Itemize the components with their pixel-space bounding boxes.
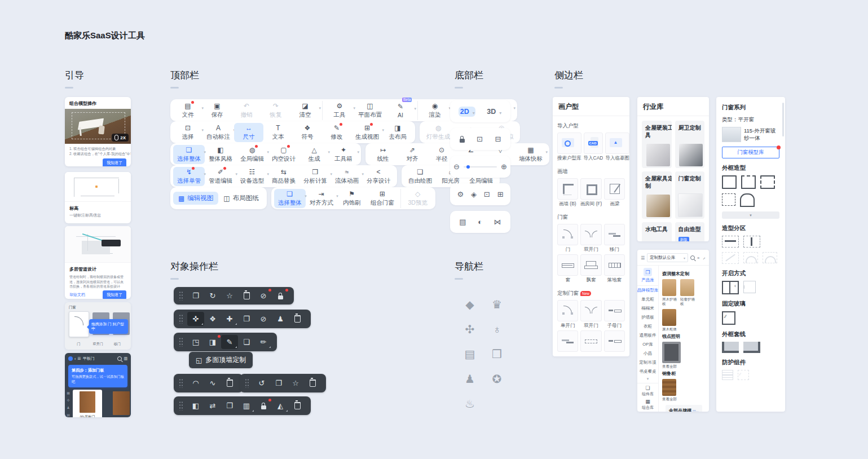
cat-tatami[interactable]: 榻榻米 <box>641 304 654 313</box>
rotate-button[interactable]: ↻ <box>204 289 221 303</box>
import-cad-item[interactable]: 导入CAD <box>584 133 603 161</box>
water-electric-card[interactable]: 水电工具 <box>642 222 672 241</box>
nav-vip[interactable]: ♛ <box>483 292 510 317</box>
single-door-item[interactable]: 单开门 <box>557 300 578 328</box>
cat-op[interactable]: OP库 <box>642 340 653 349</box>
generate-view-button[interactable]: ⊞ 生成视图 <box>351 123 383 142</box>
free-modeling-card[interactable]: 自由造型 新版 <box>675 222 705 241</box>
got-it-button[interactable]: 我知道了 <box>103 158 126 166</box>
zoom-in-icon[interactable]: ⊕ <box>501 162 507 171</box>
lib-components[interactable]: ❏ 组件库 <box>642 385 654 397</box>
global-edit-button[interactable]: ◍ 全局编辑 <box>236 145 268 164</box>
lock-button[interactable] <box>255 399 272 413</box>
group-objects-button[interactable]: ❖ <box>204 312 221 326</box>
frame-square[interactable] <box>722 175 737 189</box>
array-button[interactable]: ▥ <box>238 399 255 413</box>
edit-view-button[interactable]: ▩ 编辑视图 <box>173 192 218 205</box>
door-item[interactable]: 门 <box>557 224 578 252</box>
select-button[interactable]: ⊡ 选择 <box>173 123 202 142</box>
zone-vbar[interactable] <box>743 236 760 248</box>
delete-button[interactable] <box>289 312 306 326</box>
cat-general-boards[interactable]: 通用板件 <box>640 331 656 340</box>
cat-small-items[interactable]: 小品 <box>644 349 652 358</box>
frame-square-dside[interactable] <box>760 175 775 189</box>
drag-handle-icon[interactable] <box>245 378 249 388</box>
guard-screen[interactable] <box>738 370 749 380</box>
rail-icon[interactable]: ▤ <box>67 413 70 417</box>
hide-button[interactable]: ⊘ <box>255 289 272 303</box>
pencil-button[interactable]: ✏ <box>255 335 272 349</box>
generate-button[interactable]: △ 生成 <box>299 145 329 164</box>
zimu-door-item[interactable]: 子母门 <box>604 300 625 328</box>
floor-window-item[interactable]: 落地窗 <box>604 254 625 283</box>
brand-item[interactable]: 原木柜体 <box>662 309 677 332</box>
frame-square-dtop[interactable] <box>741 175 756 189</box>
delete-button[interactable] <box>221 376 238 390</box>
scrollbar[interactable] <box>782 103 784 136</box>
add-to-group-button[interactable]: ❐ <box>187 289 204 303</box>
custom-door6-item[interactable] <box>604 330 625 356</box>
brand-item[interactable]: 查看全部 <box>662 342 677 369</box>
search-floorplan-item[interactable]: 搜索户型库 <box>557 133 581 161</box>
clear-button[interactable]: ◪ 清空 <box>290 101 320 120</box>
hide-button[interactable]: ⊘ <box>255 312 272 326</box>
find-view-button[interactable]: ⊟ <box>493 134 503 144</box>
hard-deco-tools-card[interactable]: 全屋硬装工具 <box>642 121 672 168</box>
wall-mark-button[interactable]: ▦ 墙体快标 <box>515 145 547 164</box>
analysis-button[interactable]: ❒ 分析计算 <box>299 167 331 186</box>
nav-account[interactable]: ♟ <box>456 367 483 391</box>
current-product-row[interactable]: 115-外开窗玻纱一体 <box>722 127 779 142</box>
layout-button[interactable]: ◧ <box>187 399 204 413</box>
member-button[interactable]: ♟ <box>272 312 289 326</box>
menu-icon[interactable]: ☰ <box>641 255 645 261</box>
kitchen-bath-card[interactable]: 厨卫定制 <box>675 121 705 168</box>
view-3d-button[interactable]: 3D <box>485 107 502 117</box>
lightstrip-button[interactable]: ◍ 灯带生成 <box>422 123 454 142</box>
import-image-item[interactable]: 导入临摹图 <box>605 133 629 161</box>
redo-button[interactable]: ↷ 恢复 <box>261 101 290 120</box>
auto-dimension-button[interactable]: A 自动标注 <box>202 123 234 142</box>
copy-button[interactable]: ❐ <box>238 312 255 326</box>
replace-button[interactable]: ⇆ 商品替换 <box>268 167 299 186</box>
preview-3d-button[interactable]: ◇ 3D预览 <box>403 189 433 208</box>
tools-button[interactable]: ⚙ 工具 <box>325 101 354 120</box>
snapshot-button[interactable]: ▤ <box>457 217 468 227</box>
reposition-button[interactable]: ↺ <box>253 376 270 390</box>
zone-arch2[interactable] <box>763 252 777 263</box>
brand-item[interactable]: 轻奢护墙板 <box>680 279 695 306</box>
zone-diag[interactable] <box>722 252 739 264</box>
render-button[interactable]: ◉ 渲染 <box>420 101 450 120</box>
file-button[interactable]: ▤ 文件 <box>173 101 202 120</box>
library-select[interactable]: 定制默认公库▾ <box>647 253 688 262</box>
equipment-button[interactable]: ☷ 设备选型 <box>236 167 268 186</box>
segment-button[interactable]: ∿ <box>204 376 221 390</box>
move-button[interactable]: ✚ <box>221 312 238 326</box>
select-whole2-button[interactable]: ❏ 选择整体 <box>274 189 306 208</box>
delete-button[interactable] <box>304 376 321 390</box>
brand-item[interactable]: 查看全部 <box>662 379 677 401</box>
filter-icon[interactable]: ≡ <box>697 256 699 260</box>
drag-handle-icon[interactable] <box>179 291 183 301</box>
add-view-button[interactable]: ⊞ <box>496 189 505 200</box>
cat-ceiling[interactable]: 定制吊顶 <box>640 358 656 367</box>
fluid-anim-button[interactable]: ≈ 流体动画 <box>331 167 363 186</box>
brand-item[interactable]: 黑木护墙板 <box>662 279 677 306</box>
nav-home[interactable]: ◆ <box>456 292 483 317</box>
furniture-custom-card[interactable]: 全屋家具定制 <box>642 171 672 219</box>
lib-combos[interactable]: ▦ 组合库 <box>642 399 654 411</box>
lock-view-button[interactable] <box>458 135 466 144</box>
door-item-card[interactable] <box>69 311 89 337</box>
share-design-button[interactable]: < 分享设计 <box>363 167 394 186</box>
delete-button[interactable] <box>238 289 255 303</box>
top-wall-button[interactable]: ◳ <box>187 335 204 349</box>
open-casement[interactable] <box>722 281 739 294</box>
expand-icon[interactable]: ↔ <box>701 255 707 261</box>
menu-icon[interactable]: ☰ <box>77 356 81 361</box>
focus-button[interactable]: ⊡ <box>475 134 484 144</box>
view-settings-button[interactable]: ⚙ <box>455 189 465 200</box>
favorite-button[interactable]: ☆ <box>287 376 304 390</box>
nav-tools[interactable]: ♨ <box>456 391 483 416</box>
ai-button[interactable]: ✎ AI <box>386 101 415 120</box>
cat-desk-table[interactable]: 书桌餐桌 <box>640 367 656 376</box>
rail-icon[interactable]: ✣ <box>67 398 69 402</box>
